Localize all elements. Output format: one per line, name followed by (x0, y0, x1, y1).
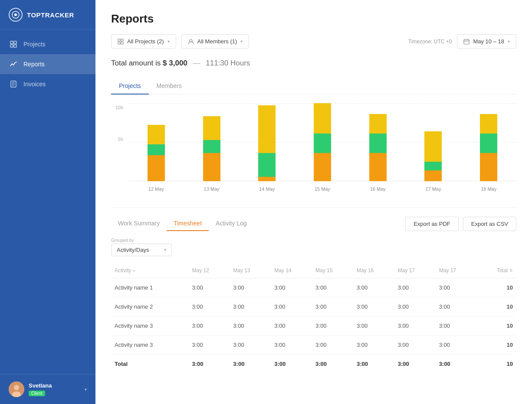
cell-may12: 3:00 (188, 278, 230, 297)
page-title: Reports (111, 12, 516, 26)
summary-row: Total amount is $ 3,000 — 111:30 Hours (111, 59, 516, 68)
table-row: Activity name 3 3:00 3:00 3:00 3:00 3:00… (111, 316, 516, 336)
cell-total: 10 (477, 316, 517, 336)
table-header: Activity ▾ May 12 May 13 May 14 May 15 M… (111, 263, 516, 278)
cell-may13: 3:00 (230, 278, 271, 297)
total-row: Total 3:00 3:00 3:00 3:00 3:00 3:00 3:00… (111, 355, 516, 374)
svg-point-11 (14, 385, 19, 390)
bar-16may: 16 May (350, 114, 406, 181)
date-filter-chevron: ▾ (508, 39, 510, 44)
bar-segment (314, 153, 331, 181)
cell-may13: 3:00 (230, 297, 271, 316)
cell-total-may16: 3:00 (353, 355, 394, 374)
members-filter-icon (188, 39, 194, 45)
sidebar-item-reports[interactable]: Reports (0, 54, 95, 74)
grouped-by-chevron: ▾ (164, 248, 166, 252)
bar-12may: 12 May (128, 125, 184, 181)
cell-activity: Activity name 3 (111, 336, 188, 355)
table-row: Activity name 1 3:00 3:00 3:00 3:00 3:00… (111, 278, 516, 297)
grouped-by-select[interactable]: Grouped by Activity/Days ▾ (111, 238, 172, 256)
sidebar-item-invoices[interactable]: Invoices (0, 74, 95, 94)
cell-total-may15: 3:00 (312, 355, 353, 374)
export-pdf-button[interactable]: Export as PDF (405, 217, 459, 231)
cell-activity: Activity name 2 (111, 297, 188, 316)
sub-tabs-row: Work Summary Timesheet Activity Log Expo… (111, 216, 516, 231)
sidebar-nav: Projects Reports Invoices (0, 30, 95, 374)
projects-filter-icon (118, 39, 124, 45)
cell-may15: 3:00 (312, 336, 353, 355)
activity-sort-icon[interactable]: ▾ (133, 268, 135, 273)
cell-may14: 3:00 (271, 316, 312, 336)
cell-may17b: 3:00 (436, 336, 477, 355)
th-may17b: May 17 (436, 263, 477, 278)
logo-icon (9, 8, 23, 22)
cell-activity: Activity name 1 (111, 278, 188, 297)
th-total: Total ⇅ (477, 263, 517, 278)
bar-segment (258, 153, 276, 177)
cell-may14: 3:00 (271, 336, 312, 355)
cell-total-may13: 3:00 (230, 355, 271, 374)
bar-label-16may: 16 May (370, 186, 386, 192)
cell-may12: 3:00 (188, 297, 230, 316)
bar-stack-14may (258, 105, 276, 181)
tab-activity-log[interactable]: Activity Log (209, 216, 254, 231)
projects-filter-chevron: ▾ (167, 39, 170, 44)
chart-grid: 12 May 13 May (128, 103, 516, 181)
bar-stack-15may (314, 103, 331, 181)
user-badge: Client (29, 391, 45, 396)
cell-may17a: 3:00 (394, 316, 436, 336)
summary-hours: 111:30 Hours (206, 59, 250, 67)
user-profile[interactable]: Svetlana Client ▾ (0, 374, 95, 404)
sidebar: TOPTRACKER Projects Reports (0, 0, 95, 404)
bars-wrapper: 12 May 13 May (128, 103, 516, 181)
tab-members[interactable]: Members (149, 78, 190, 94)
projects-icon (10, 40, 17, 48)
cell-may12: 3:00 (188, 316, 230, 336)
chart-area: 10h 5h (111, 94, 516, 199)
cell-may16: 3:00 (353, 316, 394, 336)
cell-may16: 3:00 (353, 297, 394, 316)
cell-may15: 3:00 (312, 297, 353, 316)
total-sort-icon[interactable]: ⇅ (509, 268, 513, 273)
svg-rect-18 (464, 39, 469, 44)
date-range-filter[interactable]: May 10 – 18 ▾ (457, 34, 516, 49)
page-header: Reports (111, 12, 516, 26)
tab-timesheet[interactable]: Timesheet (167, 216, 209, 231)
cell-may17b: 3:00 (436, 278, 477, 297)
timezone-label: Timezone: UTC +0 (408, 39, 452, 45)
cell-may17b: 3:00 (436, 316, 477, 336)
sidebar-item-projects[interactable]: Projects (0, 34, 95, 54)
sub-tabs: Work Summary Timesheet Activity Log (111, 216, 254, 231)
bar-stack-18may (480, 114, 497, 181)
cell-total-total: 10 (477, 355, 517, 374)
th-may16: May 16 (353, 263, 394, 278)
projects-filter[interactable]: All Projects (2) ▾ (111, 34, 176, 49)
cell-total-may14: 3:00 (271, 355, 312, 374)
y-label-5h: 5h (118, 137, 123, 142)
bar-13may: 13 May (184, 116, 240, 181)
export-buttons: Export as PDF Export as CSV (405, 217, 516, 231)
bar-segment (424, 170, 442, 181)
cell-total: 10 (477, 297, 517, 316)
avatar (9, 381, 24, 397)
members-filter[interactable]: All Members (1) ▾ (181, 34, 250, 49)
export-csv-button[interactable]: Export as CSV (463, 217, 516, 231)
cell-may16: 3:00 (353, 336, 394, 355)
cell-may15: 3:00 (312, 316, 353, 336)
bar-segment (314, 103, 331, 134)
y-label-10h: 10h (115, 105, 123, 110)
grouped-by-value[interactable]: Activity/Days ▾ (111, 244, 172, 256)
bar-14may: 14 May (239, 105, 295, 181)
tab-work-summary[interactable]: Work Summary (111, 216, 167, 231)
cell-total-may17a: 3:00 (394, 355, 436, 374)
cell-may17b: 3:00 (436, 297, 477, 316)
tab-projects[interactable]: Projects (111, 78, 149, 94)
cell-total: 10 (477, 336, 517, 355)
table-header-row: Activity ▾ May 12 May 13 May 14 May 15 M… (111, 263, 516, 278)
svg-rect-16 (121, 42, 123, 44)
svg-point-1 (14, 13, 17, 16)
invoices-icon (10, 80, 17, 88)
table-body: Activity name 1 3:00 3:00 3:00 3:00 3:00… (111, 278, 516, 374)
svg-rect-3 (14, 41, 16, 44)
bar-label-17may: 17 May (425, 186, 441, 192)
